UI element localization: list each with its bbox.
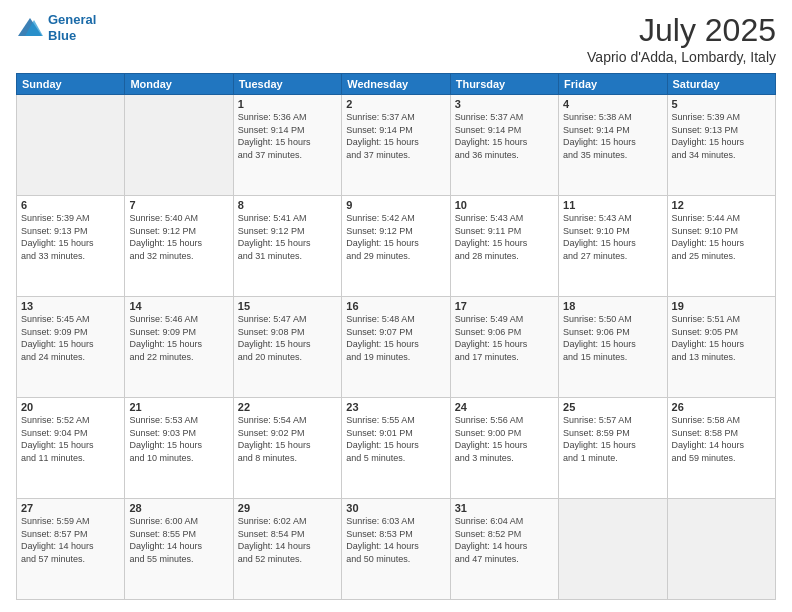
day-number: 28 — [129, 502, 228, 514]
table-cell: 2Sunrise: 5:37 AM Sunset: 9:14 PM Daylig… — [342, 95, 450, 196]
table-cell: 10Sunrise: 5:43 AM Sunset: 9:11 PM Dayli… — [450, 196, 558, 297]
table-cell: 12Sunrise: 5:44 AM Sunset: 9:10 PM Dayli… — [667, 196, 775, 297]
table-cell: 7Sunrise: 5:40 AM Sunset: 9:12 PM Daylig… — [125, 196, 233, 297]
day-info: Sunrise: 6:04 AM Sunset: 8:52 PM Dayligh… — [455, 515, 554, 565]
day-number: 17 — [455, 300, 554, 312]
header-friday: Friday — [559, 74, 667, 95]
table-cell: 22Sunrise: 5:54 AM Sunset: 9:02 PM Dayli… — [233, 398, 341, 499]
day-info: Sunrise: 5:50 AM Sunset: 9:06 PM Dayligh… — [563, 313, 662, 363]
day-number: 7 — [129, 199, 228, 211]
day-number: 11 — [563, 199, 662, 211]
day-info: Sunrise: 5:58 AM Sunset: 8:58 PM Dayligh… — [672, 414, 771, 464]
table-cell: 27Sunrise: 5:59 AM Sunset: 8:57 PM Dayli… — [17, 499, 125, 600]
day-number: 26 — [672, 401, 771, 413]
day-number: 31 — [455, 502, 554, 514]
day-info: Sunrise: 5:59 AM Sunset: 8:57 PM Dayligh… — [21, 515, 120, 565]
table-cell: 15Sunrise: 5:47 AM Sunset: 9:08 PM Dayli… — [233, 297, 341, 398]
table-cell: 6Sunrise: 5:39 AM Sunset: 9:13 PM Daylig… — [17, 196, 125, 297]
table-cell: 19Sunrise: 5:51 AM Sunset: 9:05 PM Dayli… — [667, 297, 775, 398]
day-number: 5 — [672, 98, 771, 110]
day-number: 19 — [672, 300, 771, 312]
table-cell: 5Sunrise: 5:39 AM Sunset: 9:13 PM Daylig… — [667, 95, 775, 196]
table-cell: 1Sunrise: 5:36 AM Sunset: 9:14 PM Daylig… — [233, 95, 341, 196]
day-info: Sunrise: 6:00 AM Sunset: 8:55 PM Dayligh… — [129, 515, 228, 565]
day-info: Sunrise: 5:40 AM Sunset: 9:12 PM Dayligh… — [129, 212, 228, 262]
table-cell: 21Sunrise: 5:53 AM Sunset: 9:03 PM Dayli… — [125, 398, 233, 499]
day-info: Sunrise: 5:55 AM Sunset: 9:01 PM Dayligh… — [346, 414, 445, 464]
location: Vaprio d'Adda, Lombardy, Italy — [587, 49, 776, 65]
logo-icon — [16, 16, 44, 40]
logo-text: General Blue — [48, 12, 96, 43]
table-cell: 30Sunrise: 6:03 AM Sunset: 8:53 PM Dayli… — [342, 499, 450, 600]
day-info: Sunrise: 5:41 AM Sunset: 9:12 PM Dayligh… — [238, 212, 337, 262]
day-info: Sunrise: 5:51 AM Sunset: 9:05 PM Dayligh… — [672, 313, 771, 363]
week-row-5: 27Sunrise: 5:59 AM Sunset: 8:57 PM Dayli… — [17, 499, 776, 600]
day-info: Sunrise: 5:52 AM Sunset: 9:04 PM Dayligh… — [21, 414, 120, 464]
calendar-body: 1Sunrise: 5:36 AM Sunset: 9:14 PM Daylig… — [17, 95, 776, 600]
day-number: 13 — [21, 300, 120, 312]
table-cell: 25Sunrise: 5:57 AM Sunset: 8:59 PM Dayli… — [559, 398, 667, 499]
day-number: 18 — [563, 300, 662, 312]
calendar-table: Sunday Monday Tuesday Wednesday Thursday… — [16, 73, 776, 600]
day-info: Sunrise: 5:44 AM Sunset: 9:10 PM Dayligh… — [672, 212, 771, 262]
table-cell — [125, 95, 233, 196]
day-info: Sunrise: 5:39 AM Sunset: 9:13 PM Dayligh… — [21, 212, 120, 262]
day-info: Sunrise: 5:39 AM Sunset: 9:13 PM Dayligh… — [672, 111, 771, 161]
calendar-header: Sunday Monday Tuesday Wednesday Thursday… — [17, 74, 776, 95]
day-info: Sunrise: 5:45 AM Sunset: 9:09 PM Dayligh… — [21, 313, 120, 363]
day-info: Sunrise: 5:42 AM Sunset: 9:12 PM Dayligh… — [346, 212, 445, 262]
table-cell: 3Sunrise: 5:37 AM Sunset: 9:14 PM Daylig… — [450, 95, 558, 196]
day-info: Sunrise: 5:47 AM Sunset: 9:08 PM Dayligh… — [238, 313, 337, 363]
header: General Blue July 2025 Vaprio d'Adda, Lo… — [16, 12, 776, 65]
table-cell: 23Sunrise: 5:55 AM Sunset: 9:01 PM Dayli… — [342, 398, 450, 499]
day-number: 27 — [21, 502, 120, 514]
logo-general: General — [48, 12, 96, 27]
day-number: 15 — [238, 300, 337, 312]
table-cell: 14Sunrise: 5:46 AM Sunset: 9:09 PM Dayli… — [125, 297, 233, 398]
logo: General Blue — [16, 12, 96, 43]
day-number: 6 — [21, 199, 120, 211]
day-info: Sunrise: 5:57 AM Sunset: 8:59 PM Dayligh… — [563, 414, 662, 464]
table-cell: 8Sunrise: 5:41 AM Sunset: 9:12 PM Daylig… — [233, 196, 341, 297]
table-cell: 31Sunrise: 6:04 AM Sunset: 8:52 PM Dayli… — [450, 499, 558, 600]
day-number: 20 — [21, 401, 120, 413]
header-monday: Monday — [125, 74, 233, 95]
table-cell — [17, 95, 125, 196]
day-number: 8 — [238, 199, 337, 211]
day-number: 30 — [346, 502, 445, 514]
header-sunday: Sunday — [17, 74, 125, 95]
day-info: Sunrise: 5:53 AM Sunset: 9:03 PM Dayligh… — [129, 414, 228, 464]
table-cell — [559, 499, 667, 600]
table-cell: 28Sunrise: 6:00 AM Sunset: 8:55 PM Dayli… — [125, 499, 233, 600]
day-number: 24 — [455, 401, 554, 413]
week-row-2: 6Sunrise: 5:39 AM Sunset: 9:13 PM Daylig… — [17, 196, 776, 297]
logo-blue: Blue — [48, 28, 96, 44]
table-cell: 13Sunrise: 5:45 AM Sunset: 9:09 PM Dayli… — [17, 297, 125, 398]
day-info: Sunrise: 6:03 AM Sunset: 8:53 PM Dayligh… — [346, 515, 445, 565]
day-number: 23 — [346, 401, 445, 413]
header-thursday: Thursday — [450, 74, 558, 95]
month-title: July 2025 — [587, 12, 776, 49]
table-cell: 4Sunrise: 5:38 AM Sunset: 9:14 PM Daylig… — [559, 95, 667, 196]
day-info: Sunrise: 6:02 AM Sunset: 8:54 PM Dayligh… — [238, 515, 337, 565]
day-number: 12 — [672, 199, 771, 211]
day-info: Sunrise: 5:46 AM Sunset: 9:09 PM Dayligh… — [129, 313, 228, 363]
table-cell: 11Sunrise: 5:43 AM Sunset: 9:10 PM Dayli… — [559, 196, 667, 297]
table-cell — [667, 499, 775, 600]
header-saturday: Saturday — [667, 74, 775, 95]
table-cell: 29Sunrise: 6:02 AM Sunset: 8:54 PM Dayli… — [233, 499, 341, 600]
table-cell: 20Sunrise: 5:52 AM Sunset: 9:04 PM Dayli… — [17, 398, 125, 499]
title-block: July 2025 Vaprio d'Adda, Lombardy, Italy — [587, 12, 776, 65]
week-row-1: 1Sunrise: 5:36 AM Sunset: 9:14 PM Daylig… — [17, 95, 776, 196]
day-number: 16 — [346, 300, 445, 312]
day-info: Sunrise: 5:43 AM Sunset: 9:11 PM Dayligh… — [455, 212, 554, 262]
header-tuesday: Tuesday — [233, 74, 341, 95]
table-cell: 24Sunrise: 5:56 AM Sunset: 9:00 PM Dayli… — [450, 398, 558, 499]
day-number: 2 — [346, 98, 445, 110]
day-info: Sunrise: 5:49 AM Sunset: 9:06 PM Dayligh… — [455, 313, 554, 363]
week-row-3: 13Sunrise: 5:45 AM Sunset: 9:09 PM Dayli… — [17, 297, 776, 398]
day-info: Sunrise: 5:48 AM Sunset: 9:07 PM Dayligh… — [346, 313, 445, 363]
header-wednesday: Wednesday — [342, 74, 450, 95]
table-cell: 17Sunrise: 5:49 AM Sunset: 9:06 PM Dayli… — [450, 297, 558, 398]
day-info: Sunrise: 5:54 AM Sunset: 9:02 PM Dayligh… — [238, 414, 337, 464]
